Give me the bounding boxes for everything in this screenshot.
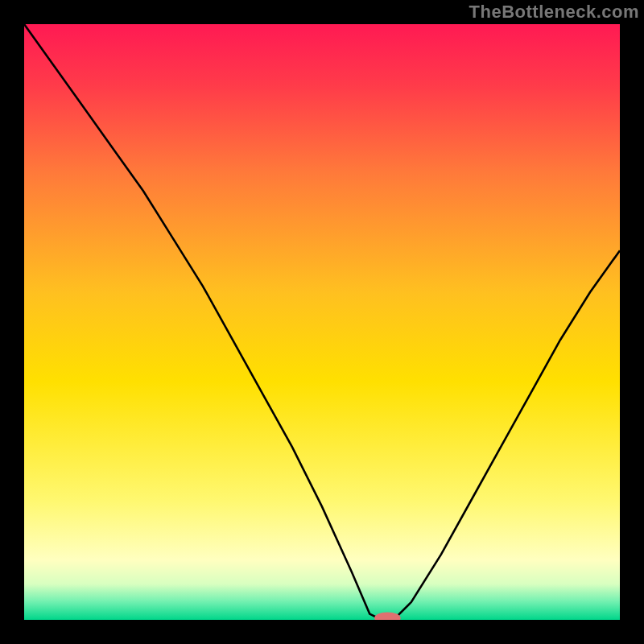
chart-background: [24, 24, 620, 620]
chart-container: TheBottleneck.com: [0, 0, 644, 644]
attribution-text: TheBottleneck.com: [469, 2, 639, 23]
bottleneck-chart: [24, 24, 620, 620]
